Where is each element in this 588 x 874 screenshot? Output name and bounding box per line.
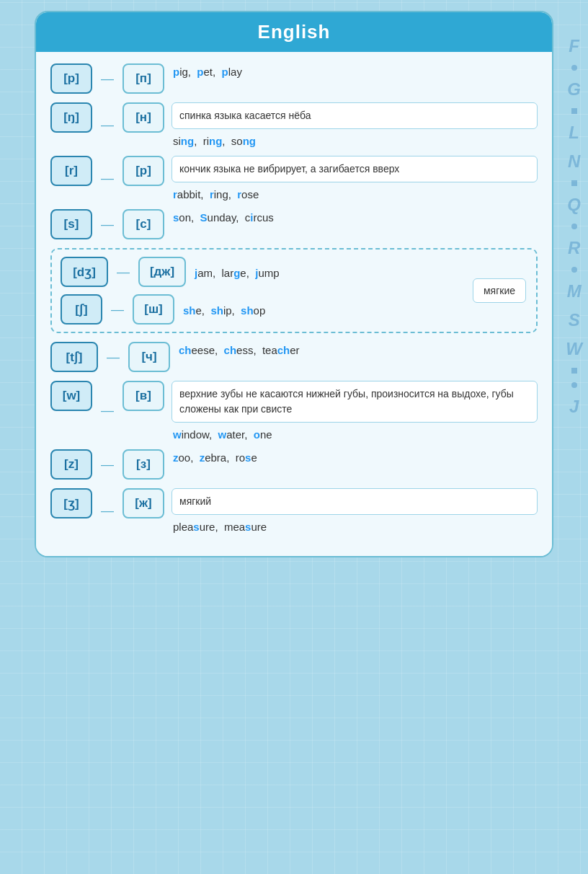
side-letter-s: S bbox=[569, 310, 580, 330]
symbol-r: [r] bbox=[50, 156, 92, 186]
side-letter-m: M bbox=[567, 281, 582, 301]
russian-z: [з] bbox=[122, 449, 164, 480]
side-dot-2 bbox=[571, 224, 577, 229]
examples-sh: she, ship, shop bbox=[182, 302, 527, 317]
main-card: English [p] — [п] pig, pet, play [ŋ] — [… bbox=[35, 11, 553, 557]
examples-r: rabbit, ring, rose bbox=[172, 186, 538, 200]
dashed-group: [dʒ] — [дж] jam, large, jump [ʃ] — [ш] s… bbox=[50, 248, 538, 333]
page-title: English bbox=[258, 21, 331, 43]
content-z: zoo, zebra, rose bbox=[172, 449, 538, 464]
desc-zh: мягкий bbox=[172, 488, 538, 515]
symbol-z: [z] bbox=[50, 449, 92, 480]
examples-z: zoo, zebra, rose bbox=[172, 449, 538, 464]
content-p: pig, pet, play bbox=[172, 63, 538, 78]
card-body: [p] — [п] pig, pet, play [ŋ] — [н] спинк… bbox=[36, 52, 552, 556]
examples-zh: pleasure, measure bbox=[172, 518, 538, 533]
side-letter-f: F bbox=[569, 36, 579, 56]
row-z: [z] — [з] zoo, zebra, rose bbox=[50, 449, 538, 480]
row-zh: [ʒ] — [ж] мягкий pleasure, measure bbox=[50, 488, 538, 533]
side-dot-4 bbox=[571, 382, 577, 388]
desc-r: кончик языка не вибрирует, а загибается … bbox=[172, 156, 538, 182]
russian-w: [в] bbox=[122, 381, 164, 411]
arrow-zh: — bbox=[101, 503, 114, 518]
symbol-sh: [ʃ] bbox=[61, 294, 102, 325]
russian-r: [р] bbox=[122, 156, 164, 186]
arrow-p: — bbox=[101, 71, 114, 87]
content-r: кончик языка не вибрирует, а загибается … bbox=[172, 156, 538, 200]
symbol-p: [p] bbox=[50, 63, 92, 94]
row-dz: [dʒ] — [дж] jam, large, jump bbox=[61, 257, 527, 287]
side-dot-3 bbox=[571, 267, 577, 273]
desc-ng: спинка языка касается нёба bbox=[172, 102, 538, 129]
side-letter-l: L bbox=[569, 123, 579, 143]
side-square-2 bbox=[571, 180, 577, 186]
symbol-ng: [ŋ] bbox=[50, 102, 92, 133]
examples-s: son, Sunday, circus bbox=[172, 209, 538, 224]
row-p: [p] — [п] pig, pet, play bbox=[50, 63, 538, 94]
russian-zh: [ж] bbox=[122, 488, 164, 518]
row-r: [r] — [р] кончик языка не вибрирует, а з… bbox=[50, 156, 538, 200]
row-sh: [ʃ] — [ш] she, ship, shop bbox=[61, 294, 527, 325]
side-letter-n: N bbox=[568, 151, 580, 172]
card-header: English bbox=[36, 12, 552, 52]
symbol-s: [s] bbox=[50, 209, 92, 239]
arrow-sh: — bbox=[111, 302, 124, 317]
examples-w: window, water, one bbox=[172, 426, 538, 441]
myagkie-label: мягкие bbox=[473, 278, 526, 303]
examples-dz: jam, large, jump bbox=[193, 265, 527, 279]
side-decoration: F G L N Q R M S W J bbox=[566, 36, 582, 417]
arrow-s: — bbox=[101, 217, 114, 232]
side-dot-1 bbox=[571, 65, 577, 71]
arrow-ng: — bbox=[101, 118, 114, 133]
russian-p: [п] bbox=[122, 63, 164, 94]
russian-tsh: [ч] bbox=[128, 342, 170, 372]
side-letter-j: J bbox=[569, 397, 579, 417]
arrow-dz: — bbox=[117, 265, 130, 280]
symbol-dz: [dʒ] bbox=[61, 257, 108, 287]
row-s: [s] — [с] son, Sunday, circus bbox=[50, 209, 538, 239]
content-s: son, Sunday, circus bbox=[172, 209, 538, 224]
content-dz: jam, large, jump bbox=[193, 265, 527, 279]
examples-tsh: cheese, chess, teacher bbox=[177, 342, 538, 356]
row-ng: [ŋ] — [н] спинка языка касается нёба sin… bbox=[50, 102, 538, 147]
russian-ng: [н] bbox=[122, 102, 164, 133]
arrow-w: — bbox=[101, 403, 114, 418]
content-w: верхние зубы не касаются нижней губы, пр… bbox=[172, 381, 538, 441]
russian-sh: [ш] bbox=[133, 294, 174, 325]
arrow-r: — bbox=[101, 171, 114, 186]
side-letter-w: W bbox=[566, 339, 582, 359]
examples-p: pig, pet, play bbox=[172, 63, 538, 78]
side-square-3 bbox=[571, 368, 577, 374]
content-sh: she, ship, shop bbox=[182, 302, 527, 317]
symbol-zh: [ʒ] bbox=[50, 488, 92, 518]
arrow-z: — bbox=[101, 457, 114, 472]
content-ng: спинка языка касается нёба sing, ring, s… bbox=[172, 102, 538, 147]
desc-w: верхние зубы не касаются нижней губы, пр… bbox=[172, 381, 538, 423]
side-letter-r: R bbox=[568, 238, 580, 258]
symbol-w: [w] bbox=[50, 381, 92, 411]
row-tsh: [tʃ] — [ч] cheese, chess, teacher bbox=[50, 342, 538, 372]
row-w: [w] — [в] верхние зубы не касаются нижне… bbox=[50, 381, 538, 441]
arrow-tsh: — bbox=[107, 350, 120, 365]
side-square-1 bbox=[571, 108, 577, 114]
content-zh: мягкий pleasure, measure bbox=[172, 488, 538, 533]
russian-s: [с] bbox=[122, 209, 164, 239]
side-letter-q: Q bbox=[567, 195, 581, 215]
symbol-tsh: [tʃ] bbox=[50, 342, 98, 372]
examples-ng: sing, ring, song bbox=[172, 133, 538, 147]
side-letter-g: G bbox=[567, 79, 581, 100]
content-tsh: cheese, chess, teacher bbox=[177, 342, 538, 356]
russian-dz: [дж] bbox=[138, 257, 186, 287]
